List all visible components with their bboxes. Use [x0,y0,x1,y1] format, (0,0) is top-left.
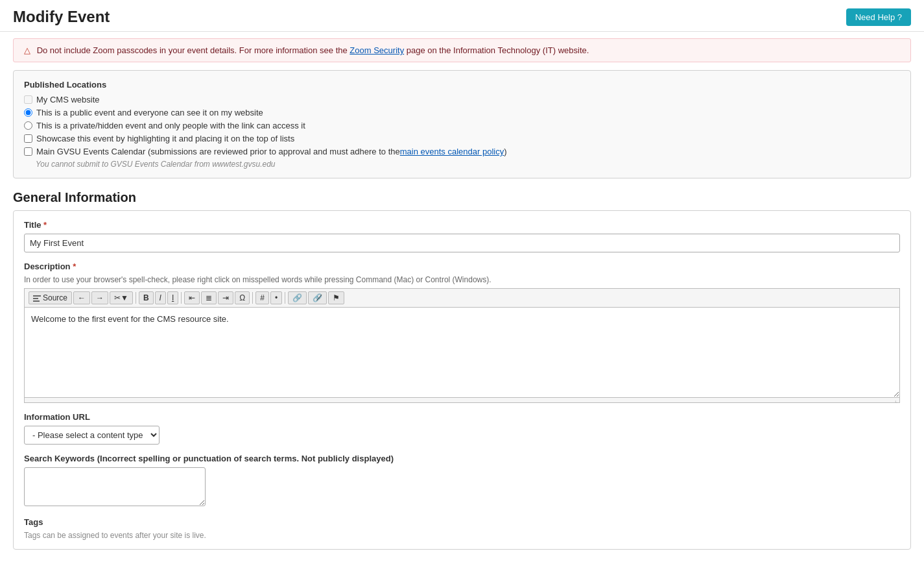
info-url-section: Information URL - Please select a conten… [24,412,900,445]
unordered-list-button[interactable]: • [270,291,282,304]
page-title: Modify Event [13,8,110,26]
public-event-radio[interactable] [24,108,32,117]
anchor-button[interactable]: ⚑ [328,291,344,304]
source-button[interactable]: Source [29,291,72,304]
content-type-select[interactable]: - Please select a content type External … [24,426,160,445]
paste-options-button[interactable]: ✂▼ [110,291,133,304]
need-help-button[interactable]: Need Help ? [846,8,911,26]
align-right-button[interactable]: ⇥ [218,291,233,304]
search-keywords-textarea[interactable] [24,467,206,506]
redo-button[interactable]: → [91,291,108,304]
location-row-showcase: Showcase this event by highlighting it a… [24,134,900,143]
unlink-button[interactable]: 🔗̸ [308,291,327,304]
alert-banner: △ Do not include Zoom passcodes in your … [13,38,911,62]
bold-button[interactable]: B [139,291,154,304]
title-label: Title * [24,220,900,230]
general-info-title: General Information [13,190,911,205]
svg-rect-2 [33,300,40,302]
location-row-cms: My CMS website [24,95,900,104]
tags-label: Tags [24,517,900,527]
link-button[interactable]: 🔗 [288,291,307,304]
search-keywords-label: Search Keywords (Incorrect spelling or p… [24,454,900,463]
toolbar-sep-2 [181,292,182,304]
published-locations-label: Published Locations [24,80,900,90]
info-url-label: Information URL [24,412,900,422]
toolbar-sep-1 [136,292,136,304]
tags-note: Tags can be assigned to events after you… [24,531,900,540]
published-locations-list: My CMS website This is a public event an… [24,95,900,169]
underline-button[interactable]: I [167,291,178,304]
title-required-marker: * [41,220,47,230]
editor-content: Welcome to the first event for the CMS r… [31,314,229,324]
location-row-public: This is a public event and everyone can … [24,108,900,117]
editor-resize-handle: ⌞ [24,398,900,403]
private-event-label: This is a private/hidden event and only … [36,121,305,130]
general-info-section: Title * Description * In order to use yo… [13,210,911,550]
cms-website-checkbox[interactable] [24,95,32,104]
title-input[interactable] [24,234,900,252]
alert-message-suffix: page on the Information Technology (IT) … [404,45,589,55]
description-field-group: Description * In order to use your brows… [24,262,900,403]
location-row-gvsu-calendar: Main GVSU Events Calendar (submissions a… [24,147,900,156]
tags-section: Tags Tags can be assigned to events afte… [24,517,900,540]
align-center-button[interactable]: ≣ [201,291,217,304]
source-icon [33,294,41,302]
search-keywords-section: Search Keywords (Incorrect spelling or p… [24,454,900,508]
public-event-label: This is a public event and everyone can … [36,108,263,117]
showcase-label: Showcase this event by highlighting it a… [36,134,294,143]
alert-icon: △ [24,45,30,55]
cms-website-label: My CMS website [36,95,100,104]
ordered-list-button[interactable]: # [255,291,269,304]
top-bar: Modify Event Need Help ? [0,0,924,32]
align-left-button[interactable]: ⇤ [184,291,200,304]
resize-icon: ⌞ [895,397,898,404]
toolbar-sep-3 [252,292,253,304]
toolbar-sep-4 [285,292,285,304]
editor-area[interactable]: Welcome to the first event for the CMS r… [24,307,900,398]
showcase-checkbox[interactable] [24,134,32,143]
description-required-marker: * [71,262,77,271]
special-chars-button[interactable]: Ω [235,291,250,304]
published-locations-section: Published Locations My CMS website This … [13,70,911,178]
events-calendar-policy-link[interactable]: main events calendar policy [400,147,504,156]
italic-button[interactable]: I [155,291,166,304]
svg-rect-0 [33,295,41,297]
private-event-radio[interactable] [24,121,32,130]
svg-rect-1 [33,298,38,299]
title-field-group: Title * [24,220,900,252]
description-hint: In order to use your browser's spell-che… [24,275,900,284]
gvsu-calendar-checkbox[interactable] [24,147,32,156]
zoom-security-link[interactable]: Zoom Security [349,45,404,55]
alert-message-prefix: Do not include Zoom passcodes in your ev… [37,45,350,55]
description-label: Description * [24,262,900,271]
undo-button[interactable]: ← [73,291,90,304]
location-row-private: This is a private/hidden event and only … [24,121,900,130]
cannot-submit-note: You cannot submit to GVSU Events Calenda… [36,160,900,169]
gvsu-calendar-label: Main GVSU Events Calendar (submissions a… [36,147,400,156]
editor-toolbar: Source ← → ✂▼ B I I ⇤ ≣ ⇥ Ω # • 🔗 🔗̸ ⚑ [24,288,900,307]
